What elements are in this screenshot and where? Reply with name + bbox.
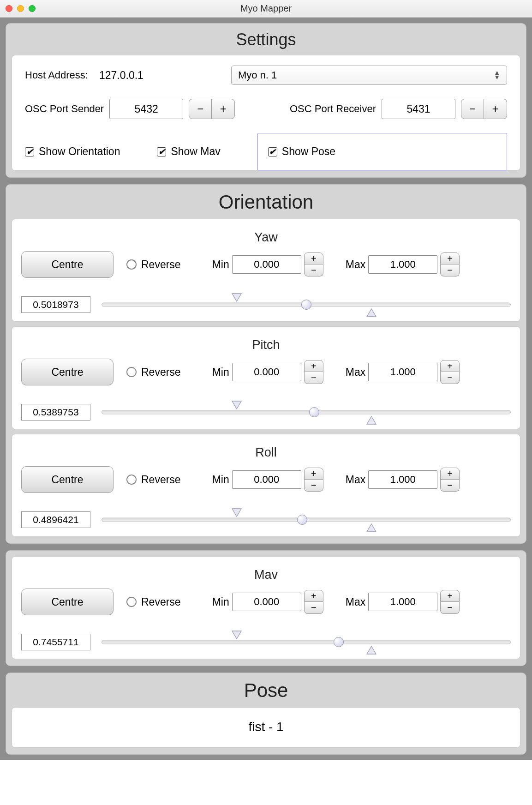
pitch-max-input[interactable] — [368, 363, 437, 381]
settings-panel: Settings Host Address: 127.0.0.1 Myo n. … — [6, 23, 526, 178]
mav-panel: Mav Centre Reverse Min +− Max +− — [6, 550, 526, 666]
mav-slider[interactable] — [102, 634, 511, 650]
host-address-label: Host Address: — [25, 69, 88, 81]
osc-sender-input[interactable] — [109, 99, 183, 119]
mav-min-increment[interactable]: + — [304, 590, 323, 602]
show-mav-label: Show Mav — [171, 145, 220, 158]
mav-marker-right[interactable] — [366, 645, 377, 655]
mav-max-input[interactable] — [368, 593, 437, 611]
host-address-value: 127.0.0.1 — [99, 69, 143, 82]
roll-min-decrement[interactable]: − — [304, 480, 323, 492]
pitch-min-decrement[interactable]: − — [304, 372, 323, 384]
pitch-max-label: Max — [346, 366, 365, 378]
orientation-title: Orientation — [6, 191, 526, 213]
show-orientation-label: Show Orientation — [39, 145, 120, 158]
minimize-window-button[interactable] — [17, 5, 24, 12]
mav-max-increment[interactable]: + — [440, 590, 460, 602]
close-window-button[interactable] — [6, 5, 12, 12]
device-selected-label: Myo n. 1 — [238, 69, 277, 81]
roll-readout: 0.4896421 — [21, 511, 90, 528]
roll-marker-left[interactable] — [231, 508, 242, 517]
pitch-reverse-label: Reverse — [141, 366, 181, 378]
yaw-max-input[interactable] — [368, 255, 437, 274]
pitch-marker-left[interactable] — [231, 400, 242, 410]
orientation-panel: Orientation Yaw Centre Reverse Min + − — [6, 184, 526, 544]
yaw-marker-left[interactable] — [231, 293, 242, 302]
mav-title: Mav — [21, 568, 511, 582]
yaw-readout: 0.5018973 — [21, 296, 90, 313]
roll-thumb[interactable] — [297, 515, 307, 525]
roll-marker-right[interactable] — [366, 523, 377, 533]
yaw-reverse-radio[interactable] — [126, 259, 137, 270]
show-mav-checkbox[interactable] — [157, 147, 166, 156]
show-pose-container: Show Pose — [257, 133, 507, 170]
roll-slider[interactable] — [102, 511, 511, 528]
device-dropdown[interactable]: Myo n. 1 ▲▼ — [231, 66, 507, 85]
traffic-lights — [6, 5, 36, 12]
mav-centre-button[interactable]: Centre — [21, 589, 114, 615]
yaw-centre-button[interactable]: Centre — [21, 251, 114, 278]
roll-section: Roll Centre Reverse Min +− Max +− — [12, 434, 520, 537]
yaw-min-input[interactable] — [232, 255, 301, 274]
chevron-updown-icon: ▲▼ — [494, 71, 500, 80]
maximize-window-button[interactable] — [29, 5, 36, 12]
settings-title: Settings — [6, 30, 526, 49]
pitch-max-increment[interactable]: + — [440, 360, 460, 372]
pose-section: fist - 1 — [12, 707, 520, 748]
mav-reverse-label: Reverse — [141, 596, 181, 608]
yaw-marker-right[interactable] — [366, 308, 377, 318]
roll-title: Roll — [21, 445, 511, 460]
mav-section: Mav Centre Reverse Min +− Max +− — [12, 556, 520, 659]
pitch-title: Pitch — [21, 338, 511, 352]
window-title: Myo Mapper — [240, 3, 292, 14]
pitch-centre-button[interactable]: Centre — [21, 359, 114, 385]
yaw-max-label: Max — [346, 258, 365, 271]
pitch-min-input[interactable] — [232, 363, 301, 381]
pose-value: fist - 1 — [21, 715, 511, 739]
mav-thumb[interactable] — [334, 637, 344, 647]
mav-marker-left[interactable] — [231, 630, 242, 640]
roll-min-increment[interactable]: + — [304, 468, 323, 480]
mav-max-decrement[interactable]: − — [440, 602, 460, 614]
osc-sender-increment[interactable]: + — [212, 99, 235, 119]
mav-min-input[interactable] — [232, 593, 301, 611]
osc-sender-decrement[interactable]: − — [189, 99, 212, 119]
roll-max-increment[interactable]: + — [440, 468, 460, 480]
roll-min-label: Min — [212, 474, 229, 486]
yaw-thumb[interactable] — [301, 300, 311, 310]
pitch-marker-right[interactable] — [366, 415, 377, 425]
yaw-min-decrement[interactable]: − — [304, 264, 323, 276]
roll-max-input[interactable] — [368, 470, 437, 489]
pitch-slider[interactable] — [102, 404, 511, 421]
yaw-max-increment[interactable]: + — [440, 252, 460, 264]
osc-receiver-label: OSC Port Receiver — [290, 103, 376, 115]
osc-receiver-increment[interactable]: + — [484, 99, 507, 119]
show-pose-checkbox[interactable] — [268, 147, 277, 156]
osc-receiver-decrement[interactable]: − — [461, 99, 484, 119]
roll-centre-button[interactable]: Centre — [21, 466, 114, 493]
yaw-min-label: Min — [212, 258, 229, 271]
osc-receiver-input[interactable] — [382, 99, 455, 119]
yaw-max-decrement[interactable]: − — [440, 264, 460, 276]
pitch-reverse-radio[interactable] — [126, 367, 137, 377]
roll-max-decrement[interactable]: − — [440, 480, 460, 492]
mav-reverse-radio[interactable] — [126, 597, 137, 607]
pitch-max-decrement[interactable]: − — [440, 372, 460, 384]
roll-reverse-label: Reverse — [141, 474, 181, 486]
mav-min-decrement[interactable]: − — [304, 602, 323, 614]
yaw-min-increment[interactable]: + — [304, 252, 323, 264]
roll-max-label: Max — [346, 474, 365, 486]
mav-readout: 0.7455711 — [21, 634, 90, 650]
yaw-reverse-label: Reverse — [141, 258, 181, 271]
roll-min-input[interactable] — [232, 470, 301, 489]
titlebar: Myo Mapper — [0, 0, 532, 18]
pitch-min-increment[interactable]: + — [304, 360, 323, 372]
pose-title: Pose — [6, 679, 526, 702]
yaw-title: Yaw — [21, 230, 511, 245]
pitch-thumb[interactable] — [309, 407, 319, 417]
show-orientation-checkbox[interactable] — [25, 147, 34, 156]
mav-min-label: Min — [212, 596, 229, 608]
mav-max-label: Max — [346, 596, 365, 608]
yaw-slider[interactable] — [102, 296, 511, 313]
roll-reverse-radio[interactable] — [126, 475, 137, 485]
